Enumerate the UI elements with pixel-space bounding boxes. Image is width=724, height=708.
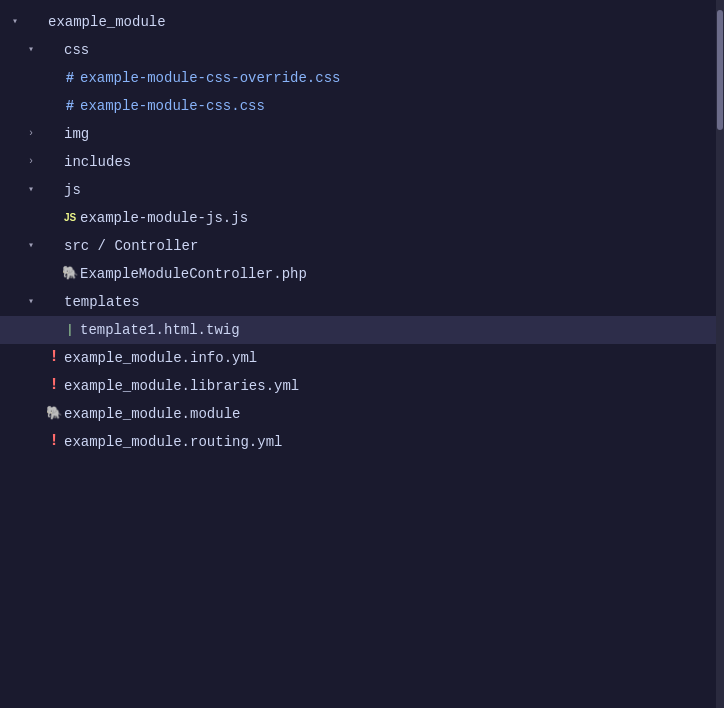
- tree-item-includes[interactable]: › includes: [0, 148, 716, 176]
- item-label: example_module.routing.yml: [64, 431, 282, 453]
- tree-item-img[interactable]: › img: [0, 120, 716, 148]
- js-icon: JS: [60, 210, 80, 226]
- item-label: templates: [64, 291, 140, 313]
- tree-item-js-file[interactable]: JS example-module-js.js: [0, 204, 716, 232]
- tree-item-example_module[interactable]: ▾ example_module: [0, 8, 716, 36]
- php-icon: 🐘: [44, 404, 64, 425]
- tree-item-css-override[interactable]: # example-module-css-override.css: [0, 64, 716, 92]
- chevron-icon: ▾: [28, 294, 44, 310]
- tree-item-src-controller[interactable]: ▾ src / Controller: [0, 232, 716, 260]
- item-label: template1.html.twig: [80, 319, 240, 341]
- item-label: includes: [64, 151, 131, 173]
- item-label: example_module.info.yml: [64, 347, 257, 369]
- hash-icon: #: [60, 67, 80, 89]
- tree-item-module-file[interactable]: 🐘 example_module.module: [0, 400, 716, 428]
- scrollbar-thumb[interactable]: [717, 10, 723, 130]
- item-label: example_module: [48, 11, 166, 33]
- tree-item-templates[interactable]: ▾ templates: [0, 288, 716, 316]
- chevron-icon: ›: [28, 126, 44, 142]
- hash-icon: #: [60, 95, 80, 117]
- tree-item-js[interactable]: ▾ js: [0, 176, 716, 204]
- tree-item-template1[interactable]: | template1.html.twig: [0, 316, 716, 344]
- item-label: src / Controller: [64, 235, 198, 257]
- yml-icon: !: [44, 429, 64, 455]
- chevron-icon: ▾: [28, 182, 44, 198]
- chevron-icon: ▾: [28, 238, 44, 254]
- chevron-icon: ▾: [28, 42, 44, 58]
- tree-item-routing-yml[interactable]: ! example_module.routing.yml: [0, 428, 716, 456]
- tree-item-controller-php[interactable]: 🐘 ExampleModuleController.php: [0, 260, 716, 288]
- chevron-icon: ›: [28, 154, 44, 170]
- tree-item-info-yml[interactable]: ! example_module.info.yml: [0, 344, 716, 372]
- item-label: example-module-css.css: [80, 95, 265, 117]
- tree-item-libraries-yml[interactable]: ! example_module.libraries.yml: [0, 372, 716, 400]
- item-label: example-module-js.js: [80, 207, 248, 229]
- yml-icon: !: [44, 345, 64, 371]
- item-label: ExampleModuleController.php: [80, 263, 307, 285]
- item-label: css: [64, 39, 89, 61]
- scrollbar[interactable]: [716, 0, 724, 708]
- tree-item-css[interactable]: ▾ css: [0, 36, 716, 64]
- yml-icon: !: [44, 373, 64, 399]
- item-label: img: [64, 123, 89, 145]
- file-tree[interactable]: ▾ example_module ▾ css # example-module-…: [0, 0, 716, 708]
- item-label: example_module.libraries.yml: [64, 375, 299, 397]
- twig-icon: |: [60, 320, 80, 341]
- php-icon: 🐘: [60, 264, 80, 285]
- chevron-icon: ▾: [12, 14, 28, 30]
- tree-item-css-main[interactable]: # example-module-css.css: [0, 92, 716, 120]
- item-label: js: [64, 179, 81, 201]
- item-label: example_module.module: [64, 403, 240, 425]
- item-label: example-module-css-override.css: [80, 67, 340, 89]
